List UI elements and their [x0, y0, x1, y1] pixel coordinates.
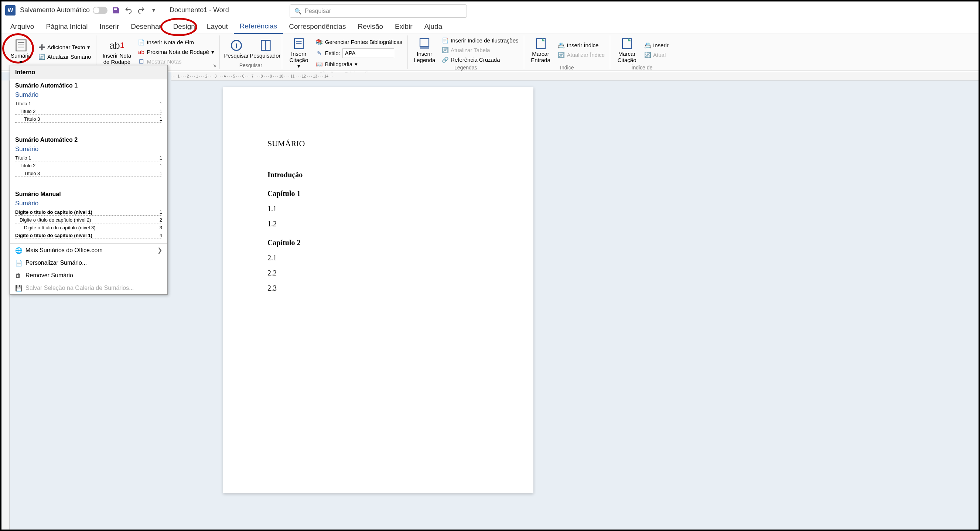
add-text-button[interactable]: ➕Adicionar Texto ▾	[37, 43, 92, 51]
show-notes-icon: ☐	[138, 58, 145, 65]
caption-icon	[418, 37, 431, 50]
tab-correspondencias[interactable]: Correspondências	[283, 19, 352, 33]
doc-c11: 1.1	[267, 205, 489, 213]
citation-icon	[292, 37, 305, 50]
researcher-button[interactable]: Pesquisador	[252, 35, 278, 62]
doc-c21: 2.1	[267, 254, 489, 262]
bibliography-icon: 📖	[316, 61, 323, 68]
show-notes-button: ☐Mostrar Notas	[136, 57, 215, 66]
manage-sources-button[interactable]: 📚Gerenciar Fontes Bibliográficas	[315, 38, 404, 46]
doc-cap2: Capítulo 2	[267, 238, 489, 247]
endnote-icon: 📄	[138, 39, 145, 46]
insert-endnote-button[interactable]: 📄Inserir Nota de Fim	[136, 38, 215, 46]
style-dropdown[interactable]	[342, 48, 394, 58]
insert-caption-button[interactable]: Inserir Legenda	[412, 35, 438, 65]
tab-referencias[interactable]: Referências	[234, 19, 283, 34]
word-logo-icon: W	[5, 5, 16, 16]
group-label-indice: Índice	[528, 65, 606, 71]
group-notas: ab1 Inserir Nota de Rodapé 📄Inserir Nota…	[96, 35, 220, 69]
tab-arquivo[interactable]: Arquivo	[5, 19, 40, 33]
figures-index-icon: 📑	[442, 37, 449, 44]
horizontal-ruler[interactable]: · · · 1 · · · 2 · · · 1 · · · 2 · · · 3 …	[172, 72, 978, 81]
svg-rect-7	[266, 41, 270, 51]
update-toc-button[interactable]: 🔄Atualizar Sumário	[37, 53, 92, 61]
save-icon[interactable]	[112, 6, 120, 14]
next-footnote-icon: ab	[138, 49, 145, 56]
title-bar: W Salvamento Automático ▾ Documento1 - W…	[2, 2, 978, 19]
custom-toc-button[interactable]: 📄 Personalizar Sumário...	[10, 257, 167, 269]
insert-index-button[interactable]: 📇Inserir Índice	[557, 41, 606, 49]
dialog-launcher-icon[interactable]: ↘	[213, 63, 218, 68]
document-title: Documento1 - Word	[170, 6, 229, 14]
tab-inserir[interactable]: Inserir	[94, 19, 125, 33]
tab-design[interactable]: Design	[167, 19, 201, 33]
group-pesquisar: i Pesquisar Pesquisador Pesquisar	[220, 35, 282, 69]
toc-auto2-option[interactable]: Sumário Automático 2 Sumário Título 11 T…	[10, 134, 167, 181]
dropdown-header: Interno	[10, 65, 167, 79]
doc-cap1: Capítulo 1	[267, 189, 489, 198]
group-label-pesquisar: Pesquisar	[223, 62, 278, 69]
doc-intro: Introdução	[267, 171, 489, 179]
update-table-icon: 🔄	[442, 47, 449, 54]
toc-auto1-option[interactable]: Sumário Automático 1 Sumário Título 11 T…	[10, 79, 167, 127]
group-label-indice-aut: Índice de	[614, 65, 670, 71]
more-toc-office-button[interactable]: 🌐 Mais Sumários do Office.com ❯	[10, 244, 167, 257]
insert-index-icon: 📇	[558, 42, 565, 49]
doc-c23: 2.3	[267, 284, 489, 293]
tab-revisao[interactable]: Revisão	[352, 19, 389, 33]
save-to-gallery-button: 💾 Salvar Seleção na Galeria de Sumários.…	[10, 282, 167, 294]
insert-figures-index-button[interactable]: 📑Inserir Índice de Ilustrações	[440, 37, 520, 45]
doc-c22: 2.2	[267, 269, 489, 277]
sumario-button[interactable]: Sumário ▾	[8, 35, 34, 68]
sumario-dropdown: Interno Sumário Automático 1 Sumário Tít…	[10, 65, 168, 295]
svg-rect-0	[16, 40, 26, 51]
update-auth-icon: 🔄	[644, 52, 651, 58]
svg-rect-6	[261, 41, 266, 51]
cross-reference-button[interactable]: 🔗Referência Cruzada	[440, 56, 520, 64]
smart-lookup-button[interactable]: i Pesquisar	[223, 35, 249, 62]
update-authorities-button: 🔄Atual	[643, 51, 670, 59]
toggle-icon[interactable]	[93, 6, 108, 14]
group-sumario: Sumário ▾ ➕Adicionar Texto ▾ 🔄Atualizar …	[5, 35, 96, 69]
group-indice-autoridades: Marcar Citação 📇Inserir 🔄Atual Índice de	[610, 35, 674, 69]
vertical-ruler[interactable]	[2, 81, 10, 529]
tab-desenhar[interactable]: Desenhar	[125, 19, 167, 33]
remove-toc-button[interactable]: 🗑 Remover Sumário	[10, 269, 167, 282]
sumario-label: Sumário	[11, 52, 32, 59]
cross-ref-icon: 🔗	[442, 57, 449, 63]
toc-icon	[14, 39, 28, 52]
update-table-button: 🔄Atualizar Tabela	[440, 46, 520, 54]
tab-exibir[interactable]: Exibir	[389, 19, 418, 33]
insert-auth-icon: 📇	[644, 42, 651, 49]
redo-icon[interactable]	[137, 6, 145, 14]
insert-footnote-button[interactable]: ab1 Inserir Nota de Rodapé	[100, 35, 134, 68]
search-icon: 🔍	[294, 8, 302, 15]
doc-heading-sumario: SUMÁRIO	[267, 139, 489, 148]
globe-icon: 🌐	[15, 247, 22, 254]
tab-pagina-inicial[interactable]: Página Inicial	[40, 19, 94, 33]
insert-citation-button[interactable]: Inserir Citação ▾	[286, 35, 312, 71]
group-indice: Marcar Entrada 📇Inserir Índice 🔄Atualiza…	[524, 35, 611, 69]
mark-citation-icon	[620, 37, 633, 50]
style-select[interactable]: ✎Estilo:	[315, 48, 404, 59]
toc-manual-option[interactable]: Sumário Manual Sumário Digite o título d…	[10, 188, 167, 243]
autosave-label: Salvamento Automático	[20, 6, 90, 14]
save-gallery-icon: 💾	[15, 285, 22, 291]
undo-icon[interactable]	[124, 6, 133, 14]
mark-citation-button[interactable]: Marcar Citação	[614, 35, 640, 65]
document-page[interactable]: SUMÁRIO Introdução Capítulo 1 1.1 1.2 Ca…	[223, 87, 533, 493]
svg-rect-11	[420, 39, 429, 46]
add-text-icon: ➕	[38, 44, 45, 51]
search-input[interactable]: 🔍 Pesquisar	[290, 5, 467, 18]
bibliography-button[interactable]: 📖Bibliografia ▾	[315, 60, 404, 68]
tab-ajuda[interactable]: Ajuda	[418, 19, 449, 33]
chevron-right-icon: ❯	[158, 246, 162, 254]
next-footnote-button[interactable]: abPróxima Nota de Rodapé ▾	[136, 48, 215, 56]
group-label-legendas: Legendas	[412, 65, 520, 71]
mark-entry-button[interactable]: Marcar Entrada	[528, 35, 554, 65]
insert-authorities-button[interactable]: 📇Inserir	[643, 41, 670, 49]
autosave-toggle[interactable]: Salvamento Automático	[20, 6, 108, 14]
qat-dropdown-icon[interactable]: ▾	[150, 6, 158, 14]
mark-entry-icon	[534, 37, 547, 50]
tab-layout[interactable]: Layout	[201, 19, 234, 33]
